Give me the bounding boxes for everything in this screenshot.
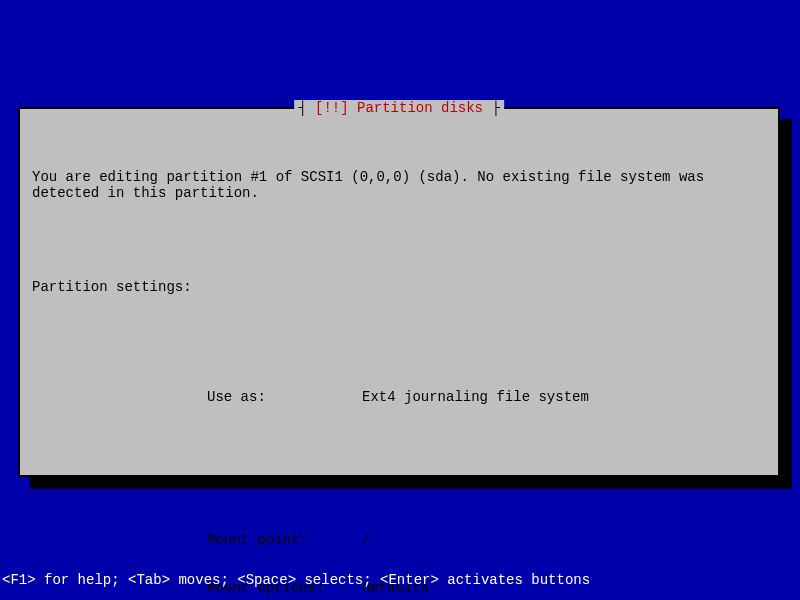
help-bar: <F1> for help; <Tab> moves; <Space> sele… bbox=[2, 572, 590, 588]
title-bracket-right: ├ bbox=[491, 100, 499, 116]
setting-label: Use as: bbox=[207, 389, 362, 405]
title-prefix: [!!] bbox=[315, 100, 357, 116]
setting-value: / bbox=[362, 532, 370, 548]
setting-use-as[interactable]: Use as: Ext4 journaling file system bbox=[207, 389, 766, 405]
partition-dialog: ┤ [!!] Partition disks ├ You are editing… bbox=[18, 107, 780, 477]
title-text: Partition disks bbox=[357, 100, 483, 116]
title-bracket-left: ┤ bbox=[298, 100, 306, 116]
intro-text: You are editing partition #1 of SCSI1 (0… bbox=[32, 169, 766, 201]
dialog-content: You are editing partition #1 of SCSI1 (0… bbox=[20, 109, 778, 600]
settings-header: Partition settings: bbox=[32, 279, 766, 295]
settings-block-1: Use as: Ext4 journaling file system bbox=[207, 357, 766, 437]
dialog-title: ┤ [!!] Partition disks ├ bbox=[294, 100, 504, 116]
setting-label: Mount point: bbox=[207, 532, 362, 548]
setting-value: Ext4 journaling file system bbox=[362, 389, 589, 405]
setting-mount-point[interactable]: Mount point: / bbox=[207, 532, 766, 548]
